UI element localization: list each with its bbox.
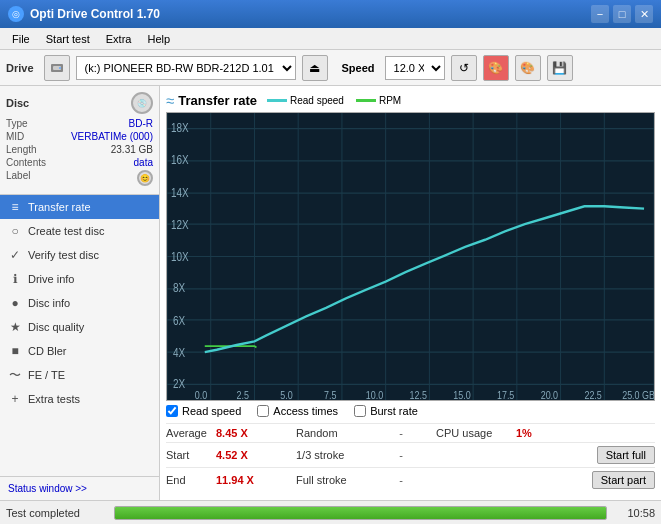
- chart-svg: 18X 16X 14X 12X 10X 8X 6X 4X 2X 0.0 2.5 …: [167, 113, 654, 400]
- speed-label: Speed: [342, 62, 375, 74]
- menu-extra[interactable]: Extra: [98, 31, 140, 47]
- drive-select[interactable]: (k:) PIONEER BD-RW BDR-212D 1.01: [76, 56, 296, 80]
- nav-disc-info[interactable]: ● Disc info: [0, 291, 159, 315]
- cpu-usage-label: CPU usage: [436, 427, 516, 439]
- random-value: -: [376, 427, 426, 439]
- stats-row-3: End 11.94 X Full stroke - Start part: [166, 467, 655, 492]
- svg-text:15.0: 15.0: [453, 389, 471, 400]
- nav-items: ≡ Transfer rate ○ Create test disc ✓ Ver…: [0, 195, 159, 411]
- full-stroke-value: -: [376, 474, 426, 486]
- transfer-rate-icon: ≡: [8, 200, 22, 214]
- disc-section-label: Disc: [6, 97, 29, 109]
- svg-text:2.5: 2.5: [237, 389, 250, 400]
- refresh-button[interactable]: ↺: [451, 55, 477, 81]
- burst-rate-checkbox[interactable]: [354, 405, 366, 417]
- maximize-button[interactable]: □: [613, 5, 631, 23]
- nav-disc-info-label: Disc info: [28, 297, 70, 309]
- extra-tests-icon: +: [8, 392, 22, 406]
- random-label: Random: [296, 427, 376, 439]
- content-area: ≈ Transfer rate Read speed RPM: [160, 86, 661, 500]
- third-stroke-value: -: [376, 449, 426, 461]
- color-button-1[interactable]: 🎨: [483, 55, 509, 81]
- app-title: Opti Drive Control 1.70: [30, 7, 160, 21]
- access-times-cb-label: Access times: [273, 405, 338, 417]
- menu-file[interactable]: File: [4, 31, 38, 47]
- read-speed-checkbox[interactable]: [166, 405, 178, 417]
- contents-key: Contents: [6, 157, 46, 168]
- nav-verify-test-disc[interactable]: ✓ Verify test disc: [0, 243, 159, 267]
- svg-text:16X: 16X: [171, 154, 189, 167]
- color-button-2[interactable]: 🎨: [515, 55, 541, 81]
- svg-text:12X: 12X: [171, 218, 189, 231]
- progress-bar-container: [114, 506, 607, 520]
- stats-row-1: Average 8.45 X Random - CPU usage 1%: [166, 423, 655, 442]
- status-window-button[interactable]: Status window >>: [8, 481, 87, 496]
- nav-transfer-rate[interactable]: ≡ Transfer rate: [0, 195, 159, 219]
- chart-panel: ≈ Transfer rate Read speed RPM: [160, 86, 661, 500]
- nav-drive-info[interactable]: ℹ Drive info: [0, 267, 159, 291]
- svg-text:0.0: 0.0: [195, 389, 208, 400]
- chart-container: 18X 16X 14X 12X 10X 8X 6X 4X 2X 0.0 2.5 …: [166, 112, 655, 401]
- disc-quality-icon: ★: [8, 320, 22, 334]
- svg-text:7.5: 7.5: [324, 389, 337, 400]
- svg-text:10.0: 10.0: [366, 389, 384, 400]
- save-button[interactable]: 💾: [547, 55, 573, 81]
- close-button[interactable]: ✕: [635, 5, 653, 23]
- progress-bar-fill: [115, 507, 606, 519]
- fe-te-icon: 〜: [8, 368, 22, 382]
- nav-transfer-rate-label: Transfer rate: [28, 201, 91, 213]
- type-value: BD-R: [129, 118, 153, 129]
- third-stroke-label: 1/3 stroke: [296, 449, 376, 461]
- menu-help[interactable]: Help: [139, 31, 178, 47]
- start-value: 4.52 X: [216, 449, 266, 461]
- start-full-button[interactable]: Start full: [597, 446, 655, 464]
- stats-area: Average 8.45 X Random - CPU usage 1%: [166, 421, 655, 494]
- length-value: 23.31 GB: [111, 144, 153, 155]
- disc-badge[interactable]: 💿: [131, 92, 153, 114]
- access-times-checkbox[interactable]: [257, 405, 269, 417]
- contents-value: data: [134, 157, 153, 168]
- svg-text:2X: 2X: [173, 377, 186, 390]
- label-icon[interactable]: 😊: [137, 170, 153, 186]
- main-layout: Disc 💿 Type BD-R MID VERBATIMe (000) Len…: [0, 86, 661, 500]
- end-value: 11.94 X: [216, 474, 266, 486]
- svg-text:8X: 8X: [173, 281, 186, 294]
- sidebar: Disc 💿 Type BD-R MID VERBATIMe (000) Len…: [0, 86, 160, 500]
- nav-cd-bler-label: CD Bler: [28, 345, 67, 357]
- menu-start-test[interactable]: Start test: [38, 31, 98, 47]
- nav-fe-te[interactable]: 〜 FE / TE: [0, 363, 159, 387]
- title-bar: ◎ Opti Drive Control 1.70 − □ ✕: [0, 0, 661, 28]
- read-speed-cb-label: Read speed: [182, 405, 241, 417]
- toolbar: Drive (k:) PIONEER BD-RW BDR-212D 1.01 ⏏…: [0, 50, 661, 86]
- drive-info-icon: ℹ: [8, 272, 22, 286]
- average-label: Average: [166, 427, 216, 439]
- eject-button[interactable]: ⏏: [302, 55, 328, 81]
- start-part-button[interactable]: Start part: [592, 471, 655, 489]
- svg-point-2: [59, 67, 61, 69]
- svg-text:4X: 4X: [173, 346, 186, 359]
- status-time: 10:58: [615, 507, 655, 519]
- speed-select[interactable]: 12.0 X: [385, 56, 445, 80]
- chart-title-icon: ≈: [166, 92, 174, 109]
- status-section: Status window >>: [0, 476, 159, 500]
- nav-cd-bler[interactable]: ■ CD Bler: [0, 339, 159, 363]
- minimize-button[interactable]: −: [591, 5, 609, 23]
- menu-bar: File Start test Extra Help: [0, 28, 661, 50]
- status-text: Test completed: [6, 507, 106, 519]
- svg-text:18X: 18X: [171, 121, 189, 134]
- mid-value: VERBATIMe (000): [71, 131, 153, 142]
- read-speed-legend-color: [267, 99, 287, 102]
- nav-extra-tests[interactable]: + Extra tests: [0, 387, 159, 411]
- app-icon: ◎: [8, 6, 24, 22]
- read-speed-legend-label: Read speed: [290, 95, 344, 106]
- nav-create-test-disc[interactable]: ○ Create test disc: [0, 219, 159, 243]
- disc-panel: Disc 💿 Type BD-R MID VERBATIMe (000) Len…: [0, 86, 159, 195]
- nav-disc-quality[interactable]: ★ Disc quality: [0, 315, 159, 339]
- checkbox-row: Read speed Access times Burst rate: [166, 401, 655, 421]
- nav-extra-tests-label: Extra tests: [28, 393, 80, 405]
- stats-row-2: Start 4.52 X 1/3 stroke - Start full: [166, 442, 655, 467]
- svg-text:10X: 10X: [171, 250, 189, 263]
- start-label: Start: [166, 449, 216, 461]
- disc-info-icon: ●: [8, 296, 22, 310]
- type-key: Type: [6, 118, 28, 129]
